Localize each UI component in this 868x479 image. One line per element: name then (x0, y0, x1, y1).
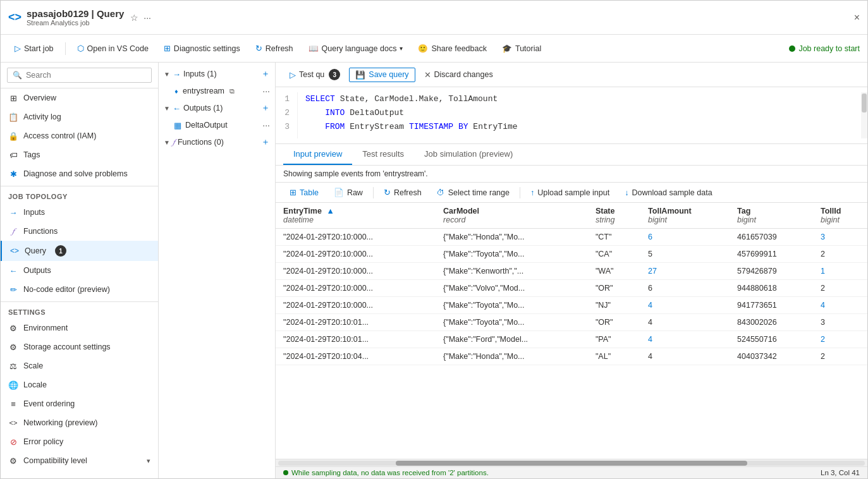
test-play-icon: ▷ (290, 70, 296, 80)
col-state[interactable]: State string (588, 203, 640, 229)
delta-output-more-icon[interactable]: ··· (262, 120, 270, 130)
functions-add-button[interactable]: ＋ (261, 136, 270, 148)
sidebar-item-networking[interactable]: <> Networking (preview) (1, 413, 158, 432)
data-refresh-icon: ↻ (384, 188, 391, 197)
entrystream-item[interactable]: ⬧ entrystream ⧉ ··· (159, 83, 275, 99)
tab-test-results[interactable]: Test results (352, 144, 414, 165)
sidebar-item-access-control[interactable]: 🔒 Access control (IAM) (1, 126, 158, 145)
by-keyword: BY (458, 122, 468, 131)
functions-group: ▼ 𝑓 Functions (0) ＋ (159, 133, 275, 151)
search-input[interactable] (26, 71, 146, 80)
sidebar-item-query[interactable]: <> Query 1 (1, 241, 158, 261)
star-icon[interactable]: ☆ (130, 13, 138, 23)
cell-toll-amount: 27 (640, 263, 730, 280)
cell-tag: 461657039 (730, 229, 813, 246)
download-sample-button[interactable]: ↓ Download sample data (618, 186, 718, 200)
outputs-group: ▼ ← Outputs (1) ＋ ▦ DeltaOutput ··· (159, 99, 275, 133)
col-toll-amount[interactable]: TollAmount bigint (640, 203, 730, 229)
horizontal-scrollbar[interactable] (276, 459, 867, 466)
entrystream-more-icon[interactable]: ··· (262, 86, 270, 96)
outputs-chevron-icon: ▼ (164, 105, 170, 112)
sidebar-item-activity-log[interactable]: 📋 Activity log (1, 107, 158, 126)
outputs-add-button[interactable]: ＋ (261, 102, 270, 114)
test-query-button[interactable]: ▷ Test qu 3 (283, 66, 346, 83)
sidebar-item-storage[interactable]: ⚙ Storage account settings (1, 337, 158, 356)
close-button[interactable]: × (854, 12, 860, 23)
sidebar-item-environment-label: Environment (23, 324, 68, 332)
sidebar-item-overview[interactable]: ⊞ Overview (1, 88, 158, 107)
query-language-docs-button[interactable]: 📖 Query language docs ▾ (302, 41, 410, 56)
cell-toll-id[interactable]: 2 (813, 331, 867, 348)
activity-log-icon: 📋 (8, 112, 18, 122)
access-control-icon: 🔒 (8, 131, 18, 141)
download-icon: ↓ (625, 188, 628, 197)
select-time-range-button[interactable]: ⏱ Select time range (431, 186, 516, 200)
tutorial-button[interactable]: 🎓 Tutorial (496, 41, 547, 56)
sidebar-item-compatibility[interactable]: ⚙ Compatibility level ▾ (1, 451, 158, 470)
editor-scrollbar[interactable] (861, 92, 867, 138)
sidebar-item-outputs[interactable]: ← Outputs (1, 261, 158, 280)
sidebar-item-diagnose[interactable]: ✱ Diagnose and solve problems (1, 164, 158, 183)
sidebar-item-environment[interactable]: ⚙ Environment (1, 318, 158, 337)
app-window: <> spasajob0129 | Query Stream Analytics… (0, 0, 868, 479)
sidebar-item-compatibility-label: Compatibility level (23, 456, 87, 465)
table-header-row: EntryTime ▲ datetime CarModel record Sta… (276, 203, 867, 229)
line-num-2: 2 (283, 106, 290, 120)
cell-entry-time: "2024-01-29T20:10:000... (276, 263, 436, 280)
sidebar-item-nocode[interactable]: ✏ No-code editor (preview) (1, 280, 158, 299)
sidebar-item-scale[interactable]: ⚖ Scale (1, 356, 158, 375)
from-keyword: FROM (325, 122, 345, 131)
overview-icon: ⊞ (8, 93, 18, 103)
code-content[interactable]: SELECT State, CarModel.Make, TollAmount … (298, 92, 861, 138)
cell-toll-id[interactable]: 1 (813, 263, 867, 280)
sidebar-item-inputs[interactable]: → Inputs (1, 203, 158, 222)
cell-entry-time: "2024-01-29T20:10:000... (276, 246, 436, 263)
cell-entry-time: "2024-01-29T20:10:04... (276, 348, 436, 365)
more-icon[interactable]: ··· (144, 13, 151, 23)
open-vs-code-button[interactable]: ⬡ Open in VS Code (71, 41, 155, 56)
search-icon: 🔍 (13, 71, 22, 80)
tab-input-preview[interactable]: Input preview (283, 144, 352, 165)
data-table-container: EntryTime ▲ datetime CarModel record Sta… (276, 203, 867, 459)
save-query-button[interactable]: 💾 Save query (349, 68, 415, 82)
cell-toll-id[interactable]: 3 (813, 229, 867, 246)
diagnostic-settings-button[interactable]: ⊞ Diagnostic settings (157, 41, 247, 56)
functions-group-header[interactable]: ▼ 𝑓 Functions (0) ＋ (159, 133, 275, 151)
data-refresh-button[interactable]: ↻ Refresh (377, 185, 428, 200)
table-row: "2024-01-29T20:10:000... {"Make":"Toyota… (276, 297, 867, 314)
discard-changes-button[interactable]: ✕ Discard changes (418, 68, 499, 82)
code-editor[interactable]: 1 2 3 SELECT State, CarModel.Make, TollA… (276, 87, 867, 144)
table-row: "2024-01-29T20:10:000... {"Make":"Kenwor… (276, 263, 867, 280)
tab-job-simulation[interactable]: Job simulation (preview) (414, 144, 523, 165)
status-bar: While sampling data, no data was receive… (276, 466, 867, 478)
table-row: "2024-01-29T20:10:000... {"Make":"Toyota… (276, 246, 867, 263)
col-car-model[interactable]: CarModel record (436, 203, 588, 229)
table-view-button[interactable]: ⊞ Table (283, 185, 325, 200)
sidebar-collapse-icon[interactable]: ▾ (147, 457, 150, 465)
col-tag[interactable]: Tag bigint (730, 203, 813, 229)
preview-info: Showing sample events from 'entrystream'… (276, 166, 867, 183)
inputs-add-button[interactable]: ＋ (261, 68, 270, 80)
sidebar-item-tags[interactable]: 🏷 Tags (1, 145, 158, 164)
sidebar-item-storage-label: Storage account settings (23, 343, 111, 351)
sidebar-item-locale[interactable]: 🌐 Locale (1, 375, 158, 394)
sidebar: 🔍 ⊞ Overview 📋 Activity log 🔒 Access con… (1, 63, 159, 478)
sidebar-item-event-ordering[interactable]: ≡ Event ordering (1, 394, 158, 413)
outputs-icon: ← (8, 265, 18, 276)
cell-toll-id[interactable]: 4 (813, 297, 867, 314)
sidebar-item-functions[interactable]: 𝑓 Functions (1, 222, 158, 241)
outputs-group-header[interactable]: ▼ ← Outputs (1) ＋ (159, 99, 275, 117)
raw-view-button[interactable]: 📄 Raw (327, 185, 369, 200)
delta-output-item[interactable]: ▦ DeltaOutput ··· (159, 117, 275, 133)
inputs-group-header[interactable]: ▼ → Inputs (1) ＋ (159, 65, 275, 83)
status-indicator (789, 45, 795, 52)
cell-state: "CT" (588, 229, 640, 246)
share-feedback-button[interactable]: 🙂 Share feedback (412, 41, 493, 56)
col-toll-id[interactable]: TollId bigint (813, 203, 867, 229)
start-job-button[interactable]: ▷ Start job (8, 41, 60, 56)
cell-state: "OR" (588, 314, 640, 331)
sidebar-item-error-policy[interactable]: ⊘ Error policy (1, 432, 158, 451)
upload-sample-button[interactable]: ↑ Upload sample input (524, 186, 616, 200)
refresh-button[interactable]: ↻ Refresh (249, 41, 300, 56)
col-entry-time[interactable]: EntryTime ▲ datetime (276, 203, 436, 229)
